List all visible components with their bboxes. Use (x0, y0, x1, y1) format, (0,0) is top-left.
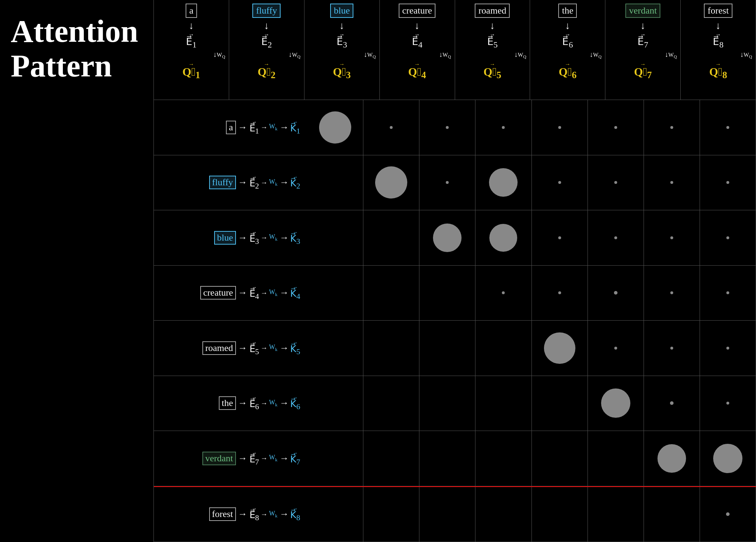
cell-forest-col5 (588, 487, 644, 542)
cell-verdant-col1 (363, 431, 419, 486)
embed-label-6: → E⃗7 (637, 31, 648, 50)
cell-fluffy-col4 (532, 155, 588, 210)
row-token-verdant: verdant (202, 452, 236, 465)
cell-a-col3 (475, 100, 531, 155)
cell-fluffy-col6 (644, 155, 700, 210)
dot-roamed-col7 (726, 347, 729, 350)
arrow-down-4: ↓ (490, 21, 495, 31)
cell-blue-col0 (307, 210, 363, 265)
cell-verdant-col3 (475, 431, 531, 486)
cell-a-col4 (532, 100, 588, 155)
data-row-forest: forest → → E⃗8 → Wk → → K⃗8 (154, 486, 756, 542)
embed-label-2: → E⃗3 (337, 31, 347, 50)
dot-fluffy-col5 (614, 181, 617, 184)
dot-blue-col6 (670, 236, 673, 239)
embed-label-0: → E⃗1 (186, 31, 197, 50)
row-cells-a (307, 100, 756, 155)
row-cells-forest (307, 487, 756, 542)
embed-label-4: → E⃗5 (487, 31, 498, 50)
header-token-verdant: verdant (625, 4, 660, 18)
query-label-3: → Q⃗4 (408, 61, 426, 81)
row-label-the: the → → E⃗6 → Wk → → K⃗6 (154, 376, 307, 431)
wq-label-3: ↓WQ (439, 50, 455, 60)
row-label-creature: creature → → E⃗4 → Wk → → K⃗4 (154, 266, 307, 321)
header-cell-a: a ↓ → E⃗1 ↓WQ → Q⃗1 (154, 0, 229, 100)
wq-label-1: ↓WQ (288, 50, 304, 60)
dot-fluffy-col1 (375, 166, 407, 199)
dot-verdant-col6 (657, 444, 686, 473)
row-label-blue: blue → → E⃗3 → Wk → → K⃗3 (154, 210, 307, 265)
cell-forest-col0 (307, 487, 363, 542)
header-cell-creature: creature ↓ → E⃗4 ↓WQ → Q⃗4 (380, 0, 455, 100)
embed-label-5: → E⃗6 (562, 31, 573, 50)
row-cells-the (307, 376, 756, 431)
row-label-fluffy: fluffy → → E⃗2 → Wk → → K⃗2 (154, 155, 307, 210)
cell-forest-col2 (419, 487, 475, 542)
cell-blue-col7 (700, 210, 756, 265)
arrow-down-1: ↓ (264, 21, 269, 31)
dot-a-col2 (446, 126, 449, 129)
cell-a-col5 (588, 100, 644, 155)
arrow-down-6: ↓ (640, 21, 645, 31)
cell-roamed-col6 (644, 321, 700, 376)
cell-the-col2 (419, 376, 475, 431)
cell-creature-col1 (363, 266, 419, 321)
data-row-roamed: roamed → → E⃗5 → Wk → → K⃗5 (154, 321, 756, 376)
cell-a-col0 (307, 100, 363, 155)
cell-creature-col0 (307, 266, 363, 321)
cell-forest-col7 (700, 487, 756, 542)
cell-creature-col2 (419, 266, 475, 321)
dot-blue-col7 (726, 236, 729, 239)
dot-a-col4 (558, 126, 561, 129)
cell-roamed-col3 (475, 321, 531, 376)
data-row-fluffy: fluffy → → E⃗2 → Wk → → K⃗2 (154, 155, 756, 211)
row-token-blue: blue (214, 231, 236, 245)
cell-a-col1 (363, 100, 419, 155)
grid-area: a ↓ → E⃗1 ↓WQ → Q⃗1 fluffy ↓ → E⃗2 ↓WQ →… (153, 0, 756, 542)
header-token-creature: creature (399, 4, 436, 18)
header-cell-forest: forest ↓ → E⃗8 ↓WQ → Q⃗8 (681, 0, 756, 100)
wq-label-0: ↓WQ (213, 50, 229, 60)
data-row-a: a → → E⃗1 → Wk → → K⃗1 (154, 100, 756, 155)
cell-the-col4 (532, 376, 588, 431)
cell-a-col6 (644, 100, 700, 155)
wq-label-6: ↓WQ (665, 50, 680, 60)
arrow-down-0: ↓ (189, 21, 194, 31)
cell-verdant-col5 (588, 431, 644, 486)
page-title: Attention Pattern (11, 14, 146, 84)
dot-the-col6 (670, 401, 674, 405)
cell-fluffy-col0 (307, 155, 363, 210)
header-token-roamed: roamed (475, 4, 510, 18)
header-token-the: the (558, 4, 577, 18)
dot-a-col1 (390, 126, 393, 129)
dot-fluffy-col2 (446, 181, 449, 184)
row-label-forest: forest → → E⃗8 → Wk → → K⃗8 (154, 487, 307, 542)
wq-label-4: ↓WQ (514, 50, 530, 60)
header-cell-verdant: verdant ↓ → E⃗7 ↓WQ → Q⃗7 (605, 0, 681, 100)
cell-roamed-col5 (588, 321, 644, 376)
query-label-1: → Q⃗2 (258, 61, 276, 81)
query-label-0: → Q⃗1 (182, 61, 200, 81)
row-token-a: a (226, 121, 236, 134)
dot-blue-col3 (489, 224, 517, 252)
cell-roamed-col0 (307, 321, 363, 376)
cell-a-col7 (700, 100, 756, 155)
cell-blue-col6 (644, 210, 700, 265)
query-label-6: → Q⃗7 (634, 61, 652, 81)
dot-creature-col6 (670, 291, 673, 294)
dot-creature-col5 (614, 291, 618, 295)
dot-roamed-col5 (614, 347, 617, 350)
header-token-a: a (186, 4, 197, 18)
dot-forest-col7 (726, 512, 730, 516)
dot-a-col6 (670, 126, 673, 129)
cell-the-col3 (475, 376, 531, 431)
wq-label-2: ↓WQ (364, 50, 379, 60)
header-cell-fluffy: fluffy ↓ → E⃗2 ↓WQ → Q⃗2 (229, 0, 304, 100)
dot-the-col5 (601, 388, 630, 418)
cell-forest-col3 (475, 487, 531, 542)
dot-blue-col4 (558, 236, 561, 239)
query-label-7: → Q⃗8 (709, 61, 727, 81)
row-cells-blue (307, 210, 756, 265)
cell-the-col0 (307, 376, 363, 431)
data-row-blue: blue → → E⃗3 → Wk → → K⃗3 (154, 210, 756, 266)
